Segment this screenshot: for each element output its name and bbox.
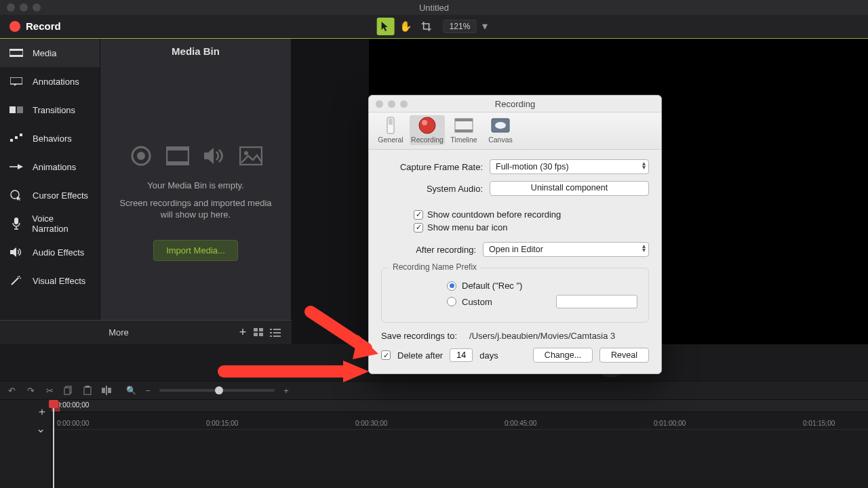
playhead[interactable] bbox=[53, 400, 54, 488]
custom-prefix-radio-row[interactable]: Custom bbox=[447, 295, 637, 308]
sidebar-item-media[interactable]: Media bbox=[0, 39, 100, 67]
default-prefix-radio-row[interactable]: Default ("Rec ") bbox=[447, 281, 637, 291]
svg-point-17 bbox=[244, 151, 248, 155]
checkbox-icon[interactable] bbox=[414, 223, 423, 232]
svg-point-39 bbox=[422, 120, 427, 125]
sidebar-label: Annotations bbox=[33, 77, 79, 87]
ruler-tick: 0:01:00;00 bbox=[654, 420, 686, 427]
grid-view-icon[interactable] bbox=[252, 327, 266, 339]
tab-recording[interactable]: Recording bbox=[410, 115, 445, 145]
zoom-dropdown-caret[interactable]: ▾ bbox=[479, 20, 491, 33]
delete-checkbox[interactable] bbox=[381, 350, 391, 360]
hand-tool-icon[interactable]: ✋ bbox=[397, 18, 415, 35]
after-recording-value: Open in Editor bbox=[489, 245, 543, 254]
custom-prefix-input[interactable] bbox=[556, 295, 637, 308]
switch-icon bbox=[380, 117, 401, 134]
svg-rect-34 bbox=[106, 386, 107, 395]
radio-icon[interactable] bbox=[447, 281, 456, 291]
zoom-slider[interactable] bbox=[159, 389, 275, 392]
cursor-effects-icon bbox=[9, 190, 23, 200]
uninstall-component-button[interactable]: Uninstall component bbox=[490, 181, 649, 196]
save-path-value: /Users/j.beaubien/Movies/Camtasia 3 bbox=[469, 331, 615, 341]
filmstrip-icon bbox=[454, 117, 474, 134]
svg-rect-31 bbox=[85, 386, 90, 388]
magnifier-icon: 🔍 bbox=[126, 386, 136, 395]
svg-rect-42 bbox=[455, 129, 473, 132]
record-button[interactable]: Record bbox=[9, 20, 61, 32]
svg-rect-36 bbox=[389, 119, 393, 125]
copy-icon[interactable] bbox=[62, 384, 75, 396]
countdown-checkbox-row[interactable]: Show countdown before recording bbox=[414, 209, 649, 220]
timeline-tracks[interactable] bbox=[52, 430, 868, 488]
redo-icon[interactable]: ↷ bbox=[24, 384, 37, 396]
tab-general[interactable]: General bbox=[373, 115, 408, 145]
zoom-in-icon[interactable]: + bbox=[280, 384, 292, 396]
svg-rect-10 bbox=[14, 218, 18, 224]
svg-rect-18 bbox=[254, 328, 258, 331]
ruler-start: 0:00:00;00 bbox=[57, 420, 89, 427]
chevron-updown-icon: ▴▾ bbox=[642, 161, 646, 169]
svg-rect-8 bbox=[20, 134, 22, 136]
sidebar-item-transitions[interactable]: Transitions bbox=[0, 96, 100, 124]
sidebar-item-annotations[interactable]: Annotations bbox=[0, 67, 100, 96]
zoom-display[interactable]: 121% bbox=[443, 20, 477, 33]
sidebar-label: Behaviors bbox=[33, 134, 72, 144]
svg-rect-24 bbox=[270, 332, 272, 333]
sidebar-label: Cursor Effects bbox=[33, 190, 88, 201]
pointer-tool-icon[interactable] bbox=[377, 18, 395, 35]
sidebar-item-visual[interactable]: Visual Effects bbox=[0, 266, 100, 295]
timeline-ruler[interactable]: 0:00:00;00 0:00:15;00 0:00:30;00 0:00:45… bbox=[52, 418, 868, 430]
behaviors-icon bbox=[9, 134, 23, 143]
split-icon[interactable] bbox=[100, 384, 113, 396]
delete-after-row: Delete after days Change... Reveal bbox=[381, 348, 649, 363]
sidebar-item-cursor[interactable]: Cursor Effects bbox=[0, 181, 100, 209]
prefix-legend: Recording Name Prefix bbox=[389, 262, 481, 272]
capture-rate-popup[interactable]: Full-motion (30 fps) ▴▾ bbox=[490, 159, 649, 174]
record-outline-icon bbox=[129, 146, 153, 166]
add-track-button[interactable]: + bbox=[0, 404, 51, 420]
import-media-button[interactable]: Import Media... bbox=[153, 240, 238, 261]
cut-icon[interactable]: ✂ bbox=[43, 384, 56, 396]
playhead-handle-icon[interactable] bbox=[49, 400, 58, 408]
annotations-icon bbox=[9, 77, 23, 86]
list-view-icon[interactable] bbox=[269, 327, 282, 339]
tab-canvas[interactable]: Canvas bbox=[483, 115, 518, 145]
sidebar-item-voice[interactable]: Voice Narration bbox=[0, 209, 100, 238]
svg-rect-29 bbox=[64, 388, 70, 394]
animations-icon bbox=[9, 162, 23, 171]
track-options-button[interactable]: ⌄ bbox=[0, 420, 51, 436]
canvas-tools: ✋ 121% ▾ bbox=[377, 18, 492, 35]
svg-point-12 bbox=[137, 152, 145, 160]
svg-rect-7 bbox=[15, 136, 18, 139]
tab-timeline[interactable]: Timeline bbox=[446, 115, 481, 145]
zoom-slider-knob[interactable] bbox=[215, 386, 223, 394]
bin-footer: More + bbox=[0, 320, 292, 344]
svg-rect-14 bbox=[167, 147, 189, 150]
menubar-checkbox-row[interactable]: Show menu bar icon bbox=[414, 222, 649, 232]
default-radio-label: Default ("Rec ") bbox=[462, 281, 522, 291]
sidebar: Media Annotations Transitions Behaviors … bbox=[0, 39, 100, 344]
paste-icon[interactable] bbox=[81, 384, 94, 396]
add-button[interactable]: + bbox=[233, 325, 252, 340]
zoom-out-icon[interactable]: − bbox=[142, 384, 154, 396]
sidebar-item-audio[interactable]: Audio Effects bbox=[0, 238, 100, 266]
more-button[interactable]: More bbox=[4, 327, 233, 338]
media-bin-panel: Media Bin Your Media Bin is empty. Scree… bbox=[100, 39, 292, 344]
reveal-button[interactable]: Reveal bbox=[599, 348, 649, 363]
chevron-updown-icon: ▴▾ bbox=[642, 244, 646, 252]
undo-icon[interactable]: ↶ bbox=[5, 384, 18, 396]
crop-tool-icon[interactable] bbox=[418, 18, 435, 35]
sidebar-label: Transitions bbox=[33, 105, 75, 115]
sidebar-label: Voice Narration bbox=[32, 214, 90, 234]
svg-rect-1 bbox=[9, 49, 23, 51]
radio-icon[interactable] bbox=[447, 297, 456, 306]
checkbox-icon[interactable] bbox=[414, 210, 423, 220]
delete-days-input[interactable] bbox=[450, 348, 473, 362]
zoom-value: 121% bbox=[450, 22, 471, 31]
sidebar-item-animations[interactable]: Animations bbox=[0, 152, 100, 181]
sidebar-item-behaviors[interactable]: Behaviors bbox=[0, 124, 100, 152]
after-recording-popup[interactable]: Open in Editor ▴▾ bbox=[483, 242, 649, 257]
days-label: days bbox=[479, 350, 498, 361]
change-button[interactable]: Change... bbox=[533, 348, 593, 363]
window-title: Untitled bbox=[0, 3, 868, 13]
